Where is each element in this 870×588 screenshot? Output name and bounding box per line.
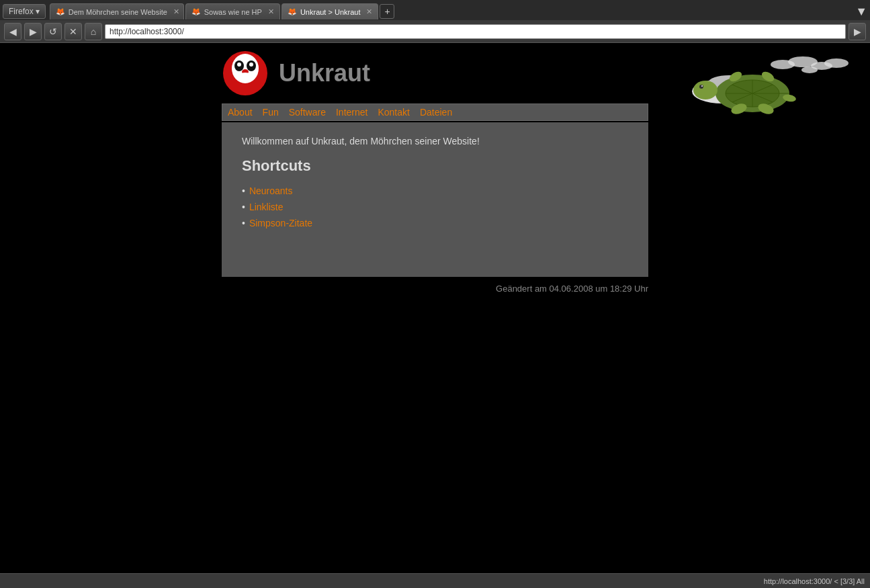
forward-button[interactable]: ▶	[24, 23, 42, 40]
nav-link-dateien[interactable]: Dateien	[420, 107, 452, 118]
stop-button[interactable]: ✕	[64, 23, 82, 40]
tab-label-2: Sowas wie ne HP	[204, 8, 262, 16]
nav-item-software[interactable]: Software	[289, 107, 326, 118]
welcome-text: Willkommen auf Unkraut, dem Möhrchen sei…	[242, 136, 628, 146]
tab-bar: Firefox ▾ 🦊 Dem Möhrchen seine Website ✕…	[0, 0, 870, 20]
nav-item-internet[interactable]: Internet	[336, 107, 367, 118]
tab-close-1[interactable]: ✕	[173, 7, 179, 16]
svg-point-12	[801, 67, 818, 73]
firefox-menu-button[interactable]: Firefox ▾	[3, 4, 46, 19]
nav-item-fun[interactable]: Fun	[263, 107, 279, 118]
site-title: Unkraut	[279, 59, 370, 87]
page-content: Unkraut	[0, 43, 870, 294]
tab-label-3: Unkraut > Unkraut	[300, 8, 361, 16]
browser-toolbar: ◀ ▶ ↺ ✕ ⌂ ▶	[0, 20, 870, 43]
firefox-label: Firefox	[9, 7, 34, 16]
nav-link-software[interactable]: Software	[289, 107, 326, 118]
shortcuts-heading: Shortcuts	[242, 157, 628, 175]
svg-point-11	[824, 58, 849, 68]
svg-point-21	[693, 81, 717, 99]
tab-label-1: Dem Möhrchen seine Website	[69, 8, 167, 16]
tab-close-2[interactable]: ✕	[268, 7, 274, 16]
nav-item-dateien[interactable]: Dateien	[420, 107, 452, 118]
site-nav: About Fun Software Internet Kontakt Date…	[222, 103, 648, 121]
shortcut-link-neuroants[interactable]: Neuroants	[249, 185, 293, 196]
status-text: http://localhost:3000/ < [3/3] All	[764, 577, 865, 585]
go-button[interactable]: ▶	[849, 23, 866, 40]
shortcut-item-3: Simpson-Zitate	[242, 218, 628, 228]
shortcuts-list: Neuroants Linkliste Simpson-Zitate	[242, 185, 628, 228]
svg-point-23	[701, 85, 703, 87]
nav-item-about[interactable]: About	[228, 107, 253, 118]
tab-1[interactable]: 🦊 Dem Möhrchen seine Website ✕	[50, 3, 184, 19]
shortcut-item-1: Neuroants	[242, 185, 628, 196]
status-bar: http://localhost:3000/ < [3/3] All	[0, 573, 870, 588]
main-content-box: Willkommen auf Unkraut, dem Möhrchen sei…	[222, 122, 648, 277]
nav-link-fun[interactable]: Fun	[263, 107, 279, 118]
firefox-dropdown-icon: ▾	[36, 7, 40, 16]
tab-close-3[interactable]: ✕	[366, 7, 372, 16]
tab-3[interactable]: 🦊 Unkraut > Unkraut ✕	[281, 3, 379, 19]
tab-favicon-3: 🦊	[288, 7, 297, 16]
site-footer: Geändert am 04.06.2008 um 18:29 Uhr	[222, 284, 648, 294]
site-logo-area: Unkraut	[222, 50, 370, 97]
svg-point-4	[237, 62, 241, 67]
tab-favicon-1: 🦊	[56, 7, 65, 16]
nav-link-kontakt[interactable]: Kontakt	[378, 107, 409, 118]
tab-favicon-2: 🦊	[191, 7, 201, 16]
shortcut-item-2: Linkliste	[242, 202, 628, 212]
home-button[interactable]: ⌂	[85, 23, 102, 40]
svg-point-22	[699, 85, 703, 89]
turtle-decoration	[648, 56, 857, 119]
back-button[interactable]: ◀	[4, 23, 21, 40]
new-tab-button[interactable]: +	[380, 4, 394, 19]
shortcut-link-linkliste[interactable]: Linkliste	[249, 202, 284, 212]
shortcut-link-simpson[interactable]: Simpson-Zitate	[249, 218, 312, 228]
site-logo-icon	[222, 50, 269, 97]
nav-link-internet[interactable]: Internet	[336, 107, 367, 118]
address-bar[interactable]	[105, 24, 846, 39]
site-header: Unkraut	[0, 43, 870, 103]
svg-point-7	[237, 73, 253, 81]
tab-scroll-icon: ▼	[855, 5, 867, 19]
nav-item-kontakt[interactable]: Kontakt	[378, 107, 409, 118]
svg-point-5	[249, 62, 253, 67]
nav-link-about[interactable]: About	[228, 107, 253, 118]
reload-button[interactable]: ↺	[44, 23, 62, 40]
modified-date: Geändert am 04.06.2008 um 18:29 Uhr	[496, 284, 648, 294]
tab-2[interactable]: 🦊 Sowas wie ne HP ✕	[185, 3, 280, 19]
